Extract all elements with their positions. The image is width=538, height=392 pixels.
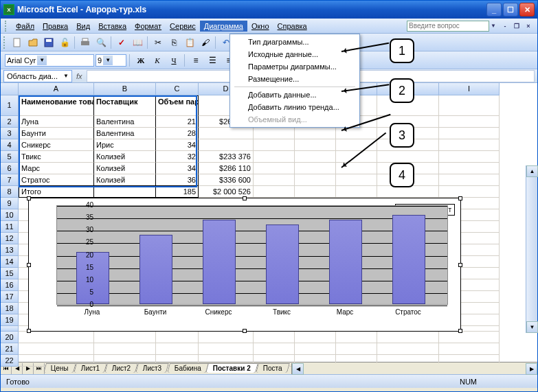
- row-header[interactable]: 8: [1, 186, 19, 198]
- cell[interactable]: [336, 174, 377, 186]
- cell[interactable]: Валентина: [94, 116, 156, 128]
- cell[interactable]: [254, 343, 295, 355]
- cell[interactable]: [336, 343, 377, 355]
- row-header[interactable]: 9: [1, 198, 19, 209]
- italic-button[interactable]: К: [150, 54, 165, 67]
- cell[interactable]: [254, 174, 295, 186]
- cell[interactable]: Марс: [19, 163, 94, 174]
- permission-button[interactable]: 🔓: [57, 35, 72, 50]
- cell[interactable]: [295, 139, 336, 151]
- dropdown-icon[interactable]: ▼: [103, 56, 113, 65]
- row-header[interactable]: 5: [1, 151, 19, 163]
- minimize-button[interactable]: _: [486, 3, 502, 16]
- column-header[interactable]: I: [439, 83, 500, 95]
- cell[interactable]: 34: [156, 163, 199, 174]
- cell[interactable]: [439, 139, 500, 151]
- column-header[interactable]: B: [94, 83, 156, 95]
- menu-window[interactable]: Окно: [247, 21, 273, 32]
- cell[interactable]: [295, 186, 336, 198]
- cell[interactable]: [199, 128, 254, 139]
- cell[interactable]: [336, 332, 377, 343]
- underline-button[interactable]: Ч: [166, 54, 181, 67]
- cell[interactable]: [377, 151, 439, 163]
- mdi-close[interactable]: ×: [524, 22, 533, 30]
- row-header[interactable]: 6: [1, 163, 19, 174]
- copy-button[interactable]: ⎘: [166, 35, 181, 50]
- format-painter-button[interactable]: 🖌: [198, 35, 213, 50]
- cell[interactable]: 21: [156, 116, 199, 128]
- vertical-scrollbar[interactable]: ▲ ▼: [526, 165, 537, 333]
- row-header[interactable]: 18: [1, 303, 19, 314]
- chart-bar[interactable]: [139, 235, 172, 305]
- row-header[interactable]: 19: [1, 314, 19, 326]
- cell[interactable]: Валентина: [94, 128, 156, 139]
- cell[interactable]: 28: [156, 128, 199, 139]
- menu-location[interactable]: Размещение...: [232, 73, 358, 85]
- cell[interactable]: Поставщик: [94, 95, 156, 116]
- sheet-tab[interactable]: Лист3: [135, 363, 169, 373]
- menu-view[interactable]: Вид: [72, 21, 94, 32]
- mdi-restore[interactable]: ❐: [512, 22, 522, 30]
- chart-bar[interactable]: [203, 220, 236, 304]
- cell[interactable]: [19, 332, 94, 343]
- cell[interactable]: Баунти: [19, 128, 94, 139]
- cell[interactable]: Твикс: [19, 151, 94, 163]
- spelling-button[interactable]: ✓: [114, 35, 129, 50]
- cell[interactable]: [94, 186, 156, 198]
- align-left-button[interactable]: ≡: [188, 53, 203, 68]
- chart-bar[interactable]: [329, 220, 362, 304]
- cell[interactable]: 36: [156, 174, 199, 186]
- cell[interactable]: [295, 128, 336, 139]
- cell[interactable]: Колизей: [94, 151, 156, 163]
- preview-button[interactable]: 🔍: [93, 35, 109, 50]
- dropdown-icon[interactable]: ▼: [491, 23, 496, 29]
- research-button[interactable]: 📖: [130, 35, 145, 50]
- menu-tools[interactable]: Сервис: [166, 21, 200, 32]
- cell[interactable]: Колизей: [94, 163, 156, 174]
- paste-button[interactable]: 📋: [182, 35, 197, 50]
- cell[interactable]: [94, 343, 156, 355]
- cell[interactable]: [439, 174, 500, 186]
- row-header[interactable]: 11: [1, 221, 19, 233]
- row-header[interactable]: 12: [1, 233, 19, 244]
- save-button[interactable]: [41, 35, 56, 50]
- row-header[interactable]: 22: [1, 355, 19, 367]
- cell[interactable]: [439, 332, 500, 343]
- cell[interactable]: [254, 163, 295, 174]
- cell[interactable]: Стратос: [19, 174, 94, 186]
- cell[interactable]: [156, 332, 199, 343]
- menu-source-data[interactable]: Исходные данные...: [232, 48, 358, 60]
- cell[interactable]: Сникерс: [19, 139, 94, 151]
- select-all-corner[interactable]: [1, 83, 19, 95]
- print-button[interactable]: [78, 35, 93, 50]
- dropdown-icon[interactable]: ▼: [37, 56, 47, 65]
- cell[interactable]: [439, 186, 500, 198]
- sheet-tab[interactable]: Поста: [256, 363, 290, 373]
- cell[interactable]: [254, 151, 295, 163]
- sheet-tab[interactable]: Бабкина: [167, 363, 209, 373]
- cell[interactable]: [439, 116, 500, 128]
- name-box[interactable]: Область диа...▼: [3, 70, 72, 82]
- row-header[interactable]: 10: [1, 209, 19, 221]
- cell[interactable]: [377, 343, 439, 355]
- cell[interactable]: [199, 139, 254, 151]
- cell[interactable]: 32: [156, 151, 199, 163]
- scroll-up-button[interactable]: ▲: [526, 165, 538, 177]
- scroll-down-button[interactable]: ▼: [526, 321, 538, 333]
- row-header[interactable]: [1, 326, 19, 332]
- cell[interactable]: [199, 343, 254, 355]
- scroll-right-button[interactable]: ▶: [526, 363, 537, 375]
- font-size-combo[interactable]: 9▼: [96, 54, 126, 67]
- cell[interactable]: [295, 151, 336, 163]
- row-header[interactable]: 7: [1, 174, 19, 186]
- font-name-combo[interactable]: Arial Cyr▼: [5, 54, 94, 67]
- menu-edit[interactable]: Правка: [38, 21, 72, 32]
- cell[interactable]: 185: [156, 186, 199, 198]
- column-header[interactable]: C: [156, 83, 199, 95]
- sheet-tab[interactable]: Лист2: [104, 363, 138, 373]
- open-button[interactable]: [25, 35, 41, 50]
- titlebar[interactable]: X Microsoft Excel - Аврора-тур.xls _ ☐ ✕: [1, 1, 537, 19]
- row-header[interactable]: 15: [1, 268, 19, 279]
- ask-question-input[interactable]: [407, 21, 489, 32]
- row-header[interactable]: 2: [1, 116, 19, 128]
